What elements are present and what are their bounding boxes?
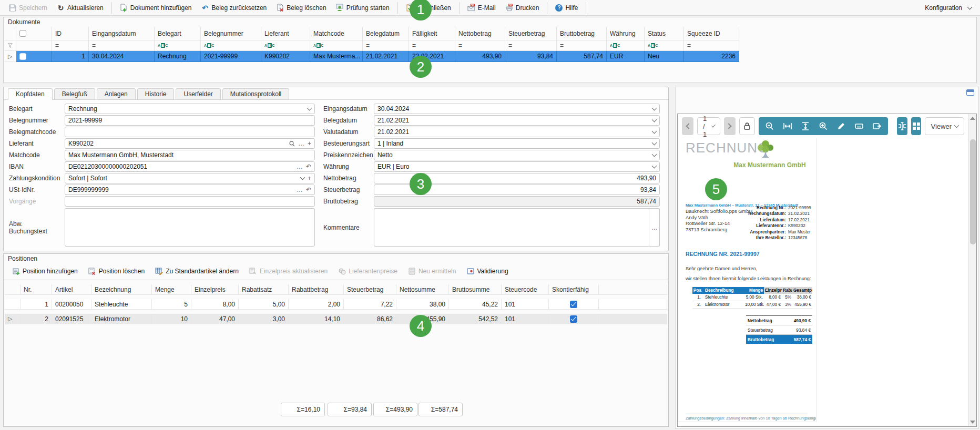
- thumbnails-button[interactable]: [911, 117, 922, 135]
- iban-input[interactable]: DE02120300000000202051 … ↶: [65, 161, 315, 172]
- restore-window-icon[interactable]: [966, 89, 974, 96]
- column-header[interactable]: Steuerbetrag: [344, 284, 396, 295]
- column-header[interactable]: Skontierfähig: [549, 284, 599, 295]
- validation-button[interactable]: Validierung: [462, 265, 512, 277]
- column-header[interactable]: Steuerbetrag: [505, 27, 557, 40]
- column-header[interactable]: Bruttosumme: [449, 284, 502, 295]
- column-header[interactable]: ID: [52, 27, 89, 40]
- filter-cell[interactable]: [310, 40, 363, 51]
- scroll-down-icon[interactable]: [970, 421, 975, 424]
- export-image-icon[interactable]: [869, 118, 885, 134]
- lock-button[interactable]: [739, 117, 755, 135]
- column-header[interactable]: Status: [645, 27, 684, 40]
- search-icon[interactable]: [289, 141, 295, 147]
- filter-cell[interactable]: [409, 40, 455, 51]
- tab-anlagen[interactable]: Anlagen: [97, 88, 136, 100]
- reset-document-button[interactable]: ↶ Beleg zurücksetzen: [197, 2, 271, 14]
- filter-cell[interactable]: [557, 40, 607, 51]
- add-document-button[interactable]: Dokument hinzufügen: [116, 2, 196, 14]
- column-header[interactable]: Währung: [607, 27, 645, 40]
- column-header[interactable]: Einzelpreis: [191, 284, 239, 295]
- scroll-up-icon[interactable]: [970, 117, 975, 120]
- chevron-down-icon[interactable]: [652, 163, 657, 168]
- filter-cell[interactable]: [261, 40, 310, 51]
- belegart-select[interactable]: Rechnung: [65, 104, 315, 114]
- position-delete-button[interactable]: Position löschen: [84, 265, 149, 277]
- column-header[interactable]: Menge: [152, 284, 191, 295]
- chevron-down-icon[interactable]: [652, 105, 657, 110]
- skontierfaehig-checkbox[interactable]: [570, 301, 577, 308]
- column-header[interactable]: Lieferant: [261, 27, 310, 40]
- column-header[interactable]: Belegnummer: [201, 27, 261, 40]
- column-header[interactable]: Belegart: [155, 27, 201, 40]
- besteuerungsart-select[interactable]: 1 | Inland: [374, 138, 660, 149]
- belegdatum-select[interactable]: 21.02.2021: [374, 115, 660, 126]
- eingangsdatum-select[interactable]: 30.04.2024: [374, 104, 660, 114]
- update-price-button[interactable]: Einzelpreis aktualisieren: [245, 265, 332, 277]
- position-row-selected[interactable]: ▷ 2 02091525 Elektromotor 10 47,00 3,00 …: [5, 314, 667, 324]
- matchcode-input[interactable]: Max Mustermann GmbH, Musterstadt: [65, 150, 315, 160]
- undo-icon[interactable]: ↶: [306, 163, 311, 170]
- zoom-out-icon[interactable]: [762, 118, 778, 134]
- belegnummer-input[interactable]: 2021-99999: [65, 115, 315, 126]
- tab-mutationsprotokoll[interactable]: Mutationsprotokoll: [222, 88, 289, 100]
- column-header[interactable]: Bruttobetrag: [557, 27, 607, 40]
- print-button[interactable]: PDF Drucken: [501, 2, 544, 14]
- waehrung-select[interactable]: EUR | Euro: [374, 161, 660, 172]
- delete-document-button[interactable]: Beleg löschen: [272, 2, 330, 14]
- column-header[interactable]: Steuercode: [502, 284, 549, 295]
- filter-cell[interactable]: [505, 40, 557, 51]
- next-page-button[interactable]: [724, 117, 736, 135]
- zahlungskondition-select[interactable]: Sofort | Sofort+: [65, 173, 315, 183]
- belegmatchcode-input[interactable]: [65, 127, 315, 137]
- filter-cell[interactable]: [201, 40, 261, 51]
- add-icon[interactable]: +: [308, 140, 311, 147]
- save-button[interactable]: Speichern: [4, 2, 52, 14]
- chevron-down-icon[interactable]: [652, 140, 657, 145]
- kommentare-textarea[interactable]: [374, 208, 649, 247]
- tab-kopfdaten[interactable]: Kopfdaten: [8, 88, 53, 100]
- column-header[interactable]: Nettosumme: [396, 284, 449, 295]
- start-check-button[interactable]: Prüfung starten: [332, 2, 394, 14]
- recalculate-button[interactable]: Neu ermitteln: [404, 265, 460, 277]
- filter-cell[interactable]: [52, 40, 89, 51]
- column-header[interactable]: Belegdatum: [363, 27, 409, 40]
- filter-cell[interactable]: [363, 40, 409, 51]
- filter-cell[interactable]: [455, 40, 505, 51]
- chevron-down-icon[interactable]: [307, 105, 312, 110]
- vorgaenge-input[interactable]: [65, 196, 315, 207]
- invoice-page[interactable]: RECHNUNG Max Mustermann GmbH Max Musterm…: [678, 138, 816, 422]
- pen-icon[interactable]: [833, 118, 849, 134]
- column-header[interactable]: Fälligkeit: [409, 27, 455, 40]
- supplier-prices-button[interactable]: Lieferantenpreise: [334, 265, 402, 277]
- fit-height-icon[interactable]: [798, 118, 813, 134]
- chevron-down-icon[interactable]: [652, 151, 657, 157]
- zoom-in-icon[interactable]: [815, 118, 831, 134]
- column-header[interactable]: Rabattsatz: [239, 284, 289, 295]
- help-button[interactable]: ? Hilfe: [551, 2, 582, 14]
- column-header[interactable]: Nr.: [21, 284, 52, 295]
- filter-cell[interactable]: [684, 40, 739, 51]
- chevron-down-icon[interactable]: [652, 128, 657, 134]
- position-row[interactable]: 1 00200050 Stehleuchte 5 8,00 5,00 2,00 …: [5, 299, 667, 310]
- scrollbar-thumb[interactable]: [970, 139, 976, 244]
- kommentare-ellipsis-button[interactable]: …: [649, 208, 660, 247]
- header-checkbox-cell[interactable]: [16, 27, 52, 40]
- tab-userfelder[interactable]: Userfelder: [176, 88, 220, 100]
- to-standard-article-button[interactable]: Zu Standardartikel ändern: [151, 265, 243, 277]
- undo-icon[interactable]: ↶: [306, 187, 311, 193]
- filter-cell[interactable]: [155, 40, 201, 51]
- column-header[interactable]: Rabattbetrag: [289, 284, 344, 295]
- add-icon[interactable]: +: [308, 175, 311, 181]
- configuration-menu[interactable]: Konfiguration: [921, 2, 976, 14]
- filter-cell[interactable]: [607, 40, 645, 51]
- ustidnr-input[interactable]: DE999999999 … ↶: [65, 185, 315, 195]
- column-header[interactable]: Matchcode: [310, 27, 363, 40]
- select-text-button[interactable]: [897, 117, 907, 135]
- tab-historie[interactable]: Historie: [137, 88, 175, 100]
- document-row[interactable]: ▷ 1 30.04.2024 Rechnung 2021-99999 K9902…: [5, 51, 976, 62]
- position-add-button[interactable]: Position hinzufügen: [8, 265, 82, 277]
- row-expander[interactable]: ▷: [5, 51, 16, 62]
- page-select[interactable]: 1 / 1: [697, 117, 720, 135]
- ellipsis-button[interactable]: …: [297, 187, 303, 193]
